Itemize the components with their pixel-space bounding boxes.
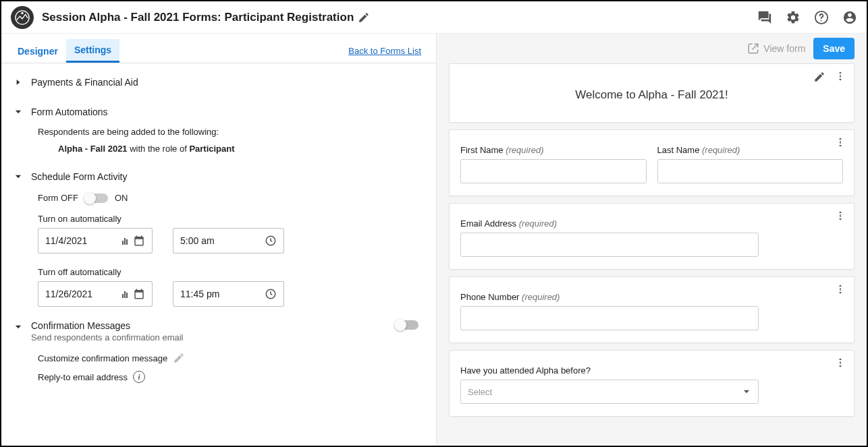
turn-on-date-input[interactable]: 11/4/2021	[38, 228, 153, 254]
first-name-input[interactable]	[460, 159, 647, 183]
calendar-icon	[133, 235, 145, 247]
required-text: (required)	[519, 218, 557, 229]
welcome-text: Welcome to Alpha - Fall 2021!	[460, 73, 843, 110]
first-name-label: First Name	[460, 145, 504, 155]
edit-title-icon[interactable]	[358, 11, 370, 24]
preview-phone-card: Phone Number (required)	[449, 276, 855, 343]
section-payments[interactable]: Payments & Financial Aid	[13, 71, 424, 93]
section-schedule[interactable]: Schedule Form Activity	[13, 166, 424, 187]
turn-off-time-input[interactable]: 11:45 pm	[173, 281, 284, 307]
edit-message-icon[interactable]	[173, 352, 185, 364]
reply-to-label: Reply-to email address	[38, 372, 128, 382]
drag-handle-icon[interactable]	[835, 210, 846, 221]
clock-icon	[265, 235, 277, 247]
info-icon[interactable]: i	[133, 371, 145, 383]
turn-on-time-value: 5:00 am	[180, 235, 215, 246]
chat-icon[interactable]	[757, 10, 772, 25]
preview-attended-card: Have you attended Alpha before? Select	[449, 350, 855, 417]
page-title: Session Alpha - Fall 2021 Forms: Partici…	[42, 11, 354, 24]
edit-card-icon[interactable]	[813, 71, 825, 83]
attended-question-label: Have you attended Alpha before?	[460, 360, 843, 376]
save-button[interactable]: Save	[813, 38, 855, 59]
drag-handle-icon[interactable]	[835, 71, 846, 82]
app-header: Session Alpha - Fall 2021 Forms: Partici…	[1, 1, 867, 34]
svg-point-3	[821, 20, 822, 21]
turn-on-date-value: 11/4/2021	[45, 235, 87, 246]
required-text: (required)	[506, 145, 543, 155]
schedule-label: Schedule Form Activity	[31, 171, 127, 182]
chevron-down-icon	[13, 320, 23, 332]
form-active-toggle[interactable]	[85, 193, 108, 203]
required-text: (required)	[522, 292, 560, 302]
payments-label: Payments & Financial Aid	[31, 77, 138, 88]
gear-icon[interactable]	[786, 10, 801, 25]
svg-point-1	[22, 12, 23, 13]
help-icon[interactable]	[814, 10, 829, 25]
email-label: Email Address	[460, 218, 516, 229]
turn-on-label: Turn on automatically	[38, 214, 424, 224]
automation-role-text: with the role of	[128, 144, 190, 154]
automation-target-line: Alpha - Fall 2021 with the role of Parti…	[38, 144, 424, 154]
back-to-forms-link[interactable]: Back to Forms List	[348, 46, 421, 56]
email-input[interactable]	[460, 233, 759, 257]
bars-icon	[122, 237, 128, 245]
tab-settings[interactable]: Settings	[66, 39, 119, 63]
drag-handle-icon[interactable]	[835, 284, 846, 295]
last-name-input[interactable]	[657, 159, 844, 183]
chevron-down-icon	[13, 172, 23, 181]
chevron-down-icon	[742, 387, 751, 396]
bars-icon	[122, 290, 128, 298]
drag-handle-icon[interactable]	[835, 357, 846, 368]
confirmation-sub: Send respondents a confirmation email	[31, 332, 387, 342]
form-off-label: Form OFF	[38, 193, 78, 203]
automations-label: Form Automations	[31, 107, 108, 117]
phone-label: Phone Number	[460, 292, 519, 302]
drag-handle-icon[interactable]	[835, 137, 846, 148]
header-actions	[757, 10, 857, 25]
chevron-down-icon	[13, 107, 23, 117]
view-form-label: View form	[763, 43, 805, 54]
customize-message-label: Customize confirmation message	[38, 353, 167, 363]
account-icon[interactable]	[842, 10, 857, 25]
preview-email-card: Email Address (required)	[449, 203, 855, 270]
turn-off-label: Turn off automatically	[38, 267, 424, 277]
calendar-icon	[133, 288, 145, 300]
confirmation-label: Confirmation Messages	[31, 320, 387, 331]
attended-select[interactable]: Select	[460, 380, 759, 404]
last-name-label: Last Name	[657, 145, 700, 155]
required-text: (required)	[702, 145, 740, 155]
preview-welcome-card: Welcome to Alpha - Fall 2021!	[449, 63, 855, 123]
select-placeholder: Select	[468, 387, 492, 397]
automation-role: Participant	[189, 144, 234, 154]
preview-name-card: First Name (required) Last Name (require…	[449, 129, 855, 196]
app-logo	[11, 6, 34, 29]
confirmation-toggle[interactable]	[396, 320, 418, 330]
open-external-icon	[747, 42, 759, 55]
clock-icon	[265, 288, 277, 300]
chevron-right-icon	[13, 78, 23, 87]
turn-off-date-value: 11/26/2021	[45, 289, 92, 299]
form-on-label: ON	[115, 193, 128, 203]
turn-on-time-input[interactable]: 5:00 am	[173, 228, 284, 254]
section-automations[interactable]: Form Automations	[13, 101, 424, 123]
phone-input[interactable]	[460, 306, 759, 330]
section-confirmation[interactable]: Confirmation Messages Send respondents a…	[31, 320, 387, 342]
view-form-button[interactable]: View form	[747, 42, 805, 55]
turn-off-date-input[interactable]: 11/26/2021	[38, 281, 153, 307]
automation-target-name: Alpha - Fall 2021	[58, 144, 128, 154]
automations-intro: Respondents are being added to the follo…	[38, 127, 424, 137]
turn-off-time-value: 11:45 pm	[180, 289, 219, 299]
tab-designer[interactable]: Designer	[9, 40, 66, 62]
